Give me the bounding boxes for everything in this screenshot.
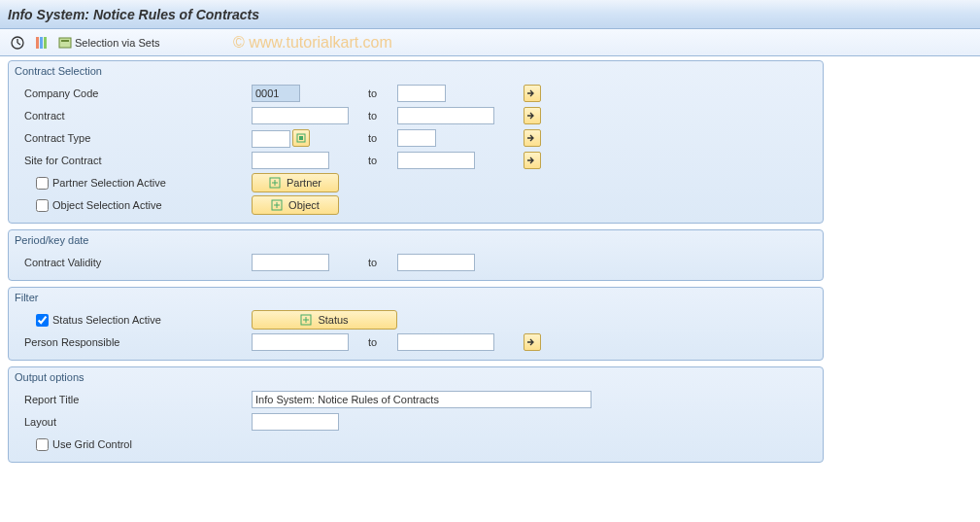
row-use-grid: Use Grid Control bbox=[9, 434, 823, 455]
partner-button[interactable]: Partner bbox=[252, 173, 339, 192]
label-company-code: Company Code bbox=[9, 87, 252, 99]
to-label: to bbox=[368, 87, 397, 99]
contract-from[interactable] bbox=[252, 107, 349, 124]
contract-type-from[interactable] bbox=[252, 130, 290, 148]
row-layout: Layout bbox=[9, 411, 823, 433]
row-company-code: Company Code to bbox=[9, 83, 823, 104]
row-report-title: Report Title bbox=[9, 389, 823, 410]
to-label: to bbox=[368, 155, 397, 166]
row-person-responsible: Person Responsible to bbox=[9, 331, 823, 353]
validity-from[interactable] bbox=[252, 254, 329, 271]
person-to[interactable] bbox=[397, 333, 494, 351]
status-active-checkbox[interactable] bbox=[36, 314, 49, 327]
group-period: Period/key date Contract Validity to bbox=[8, 229, 824, 281]
group-title: Period/key date bbox=[9, 230, 823, 252]
to-label: to bbox=[368, 257, 397, 268]
object-button-label: Object bbox=[288, 199, 320, 211]
site-multisel[interactable] bbox=[524, 152, 541, 169]
label-object-active: Object Selection Active bbox=[9, 199, 252, 212]
row-object-active: Object Selection Active Object bbox=[9, 194, 823, 216]
row-site: Site for Contract to bbox=[9, 150, 823, 171]
company-code-multisel[interactable] bbox=[524, 85, 541, 102]
label-site: Site for Contract bbox=[9, 155, 252, 166]
group-output: Output options Report Title Layout Use G… bbox=[8, 366, 824, 463]
svg-rect-7 bbox=[61, 40, 69, 42]
status-button-label: Status bbox=[318, 314, 348, 326]
object-active-text: Object Selection Active bbox=[52, 199, 162, 211]
partner-active-text: Partner Selection Active bbox=[52, 177, 166, 189]
person-from[interactable] bbox=[252, 333, 349, 351]
status-active-text: Status Selection Active bbox=[52, 314, 161, 326]
svg-line-2 bbox=[17, 43, 20, 45]
execute-icon[interactable] bbox=[8, 33, 27, 52]
svg-rect-4 bbox=[40, 37, 43, 49]
validity-to[interactable] bbox=[397, 254, 475, 271]
row-contract: Contract to bbox=[9, 105, 823, 126]
company-code-to[interactable] bbox=[397, 85, 446, 102]
expand-icon bbox=[300, 314, 312, 326]
to-label: to bbox=[368, 336, 397, 348]
toolbar: Selection via Sets bbox=[0, 29, 980, 56]
contract-type-f4[interactable] bbox=[292, 129, 310, 147]
group-filter: Filter Status Selection Active Status Pe… bbox=[8, 287, 824, 361]
label-contract-validity: Contract Validity bbox=[9, 257, 252, 268]
group-title: Output options bbox=[9, 367, 823, 389]
site-from[interactable] bbox=[252, 152, 329, 169]
group-title: Contract Selection bbox=[9, 61, 823, 83]
expand-icon bbox=[271, 199, 283, 211]
sets-icon bbox=[58, 36, 72, 50]
group-contract-selection: Contract Selection Company Code to Contr… bbox=[8, 60, 824, 224]
to-label: to bbox=[368, 132, 397, 144]
to-label: to bbox=[368, 110, 397, 122]
layout-input[interactable] bbox=[252, 413, 339, 431]
company-code-from[interactable] bbox=[252, 85, 300, 102]
person-multisel[interactable] bbox=[524, 333, 541, 351]
svg-rect-5 bbox=[44, 37, 47, 49]
use-grid-text: Use Grid Control bbox=[52, 438, 132, 450]
row-contract-type: Contract Type to bbox=[9, 127, 823, 149]
page-title: Info System: Notice Rules of Contracts bbox=[0, 0, 980, 29]
content: Contract Selection Company Code to Contr… bbox=[0, 56, 980, 476]
label-status-active: Status Selection Active bbox=[9, 314, 252, 327]
label-contract: Contract bbox=[9, 110, 252, 122]
row-contract-validity: Contract Validity to bbox=[9, 252, 823, 273]
contract-to[interactable] bbox=[397, 107, 494, 124]
page-title-text: Info System: Notice Rules of Contracts bbox=[8, 7, 259, 22]
label-report-title: Report Title bbox=[9, 394, 252, 405]
partner-button-label: Partner bbox=[287, 177, 321, 189]
svg-rect-6 bbox=[59, 38, 71, 48]
object-active-checkbox[interactable] bbox=[36, 199, 49, 212]
contract-type-to[interactable] bbox=[397, 129, 436, 147]
contract-type-multisel[interactable] bbox=[524, 129, 541, 147]
partner-active-checkbox[interactable] bbox=[36, 177, 49, 190]
variants-icon[interactable] bbox=[31, 33, 51, 52]
expand-icon bbox=[269, 177, 281, 189]
label-layout: Layout bbox=[9, 416, 252, 428]
site-to[interactable] bbox=[397, 152, 475, 169]
label-partner-active: Partner Selection Active bbox=[9, 177, 252, 190]
object-button[interactable]: Object bbox=[252, 195, 339, 215]
contract-multisel[interactable] bbox=[524, 107, 541, 124]
svg-rect-9 bbox=[299, 136, 303, 140]
selection-via-sets-label: Selection via Sets bbox=[75, 37, 159, 49]
report-title-input[interactable] bbox=[252, 391, 591, 408]
group-title: Filter bbox=[9, 288, 823, 309]
row-status-active: Status Selection Active Status bbox=[9, 309, 823, 331]
selection-via-sets-button[interactable]: Selection via Sets bbox=[54, 34, 163, 52]
svg-rect-3 bbox=[36, 37, 39, 49]
label-person-responsible: Person Responsible bbox=[9, 336, 252, 348]
use-grid-checkbox[interactable] bbox=[36, 438, 49, 451]
row-partner-active: Partner Selection Active Partner bbox=[9, 172, 823, 193]
label-contract-type: Contract Type bbox=[9, 132, 252, 144]
status-button[interactable]: Status bbox=[252, 310, 397, 330]
label-use-grid: Use Grid Control bbox=[9, 438, 252, 451]
